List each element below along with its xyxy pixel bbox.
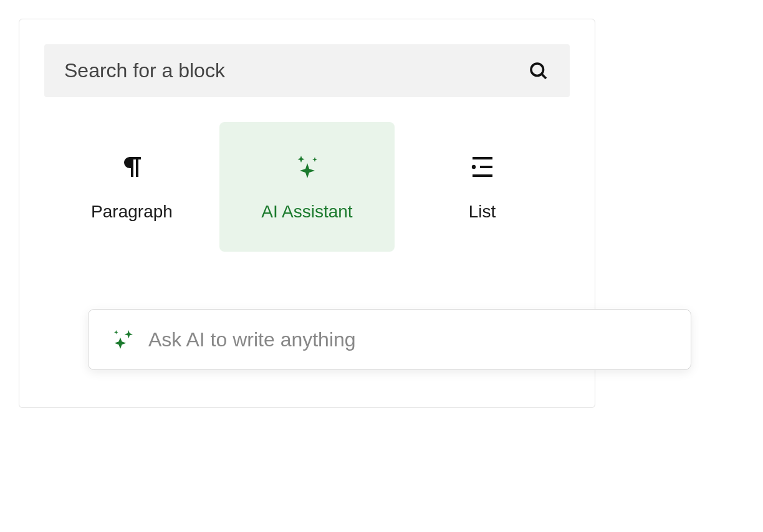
- svg-point-0: [531, 64, 544, 76]
- svg-line-1: [542, 74, 546, 78]
- sparkle-icon: [111, 327, 136, 352]
- list-icon: [468, 152, 497, 182]
- block-item-paragraph[interactable]: Paragraph: [44, 122, 219, 252]
- block-inserter-panel: Paragraph AI Assistant Li: [19, 19, 595, 408]
- paragraph-icon: [117, 152, 147, 182]
- ai-prompt-input[interactable]: [148, 328, 668, 351]
- block-item-list[interactable]: List: [395, 122, 570, 252]
- ai-prompt-bar[interactable]: [88, 309, 691, 370]
- block-label-ai-assistant: AI Assistant: [261, 202, 352, 222]
- block-search-input[interactable]: [64, 59, 527, 82]
- block-item-ai-assistant[interactable]: AI Assistant: [219, 122, 395, 252]
- block-label-list: List: [469, 202, 496, 222]
- block-label-paragraph: Paragraph: [91, 202, 173, 222]
- search-icon[interactable]: [527, 60, 550, 82]
- block-type-grid: Paragraph AI Assistant Li: [44, 122, 570, 252]
- svg-point-3: [471, 165, 475, 169]
- sparkle-icon: [292, 152, 322, 182]
- block-search-bar: [44, 44, 570, 97]
